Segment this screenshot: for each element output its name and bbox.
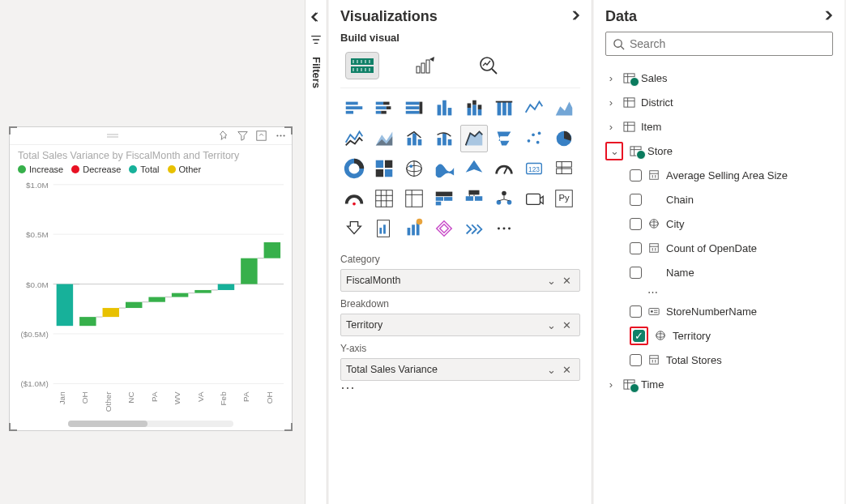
breakdown-well-label: Breakdown: [340, 298, 580, 310]
viz-type-26[interactable]: [400, 185, 428, 212]
resize-handle-bl[interactable]: [9, 421, 19, 431]
table-row-sales[interactable]: › Sales: [605, 66, 833, 90]
collapse-icon[interactable]: [569, 10, 580, 23]
filter-icon[interactable]: [237, 130, 248, 141]
field-row[interactable]: Total Stores: [605, 348, 833, 372]
viz-type-28[interactable]: [460, 185, 488, 212]
remove-field-icon[interactable]: ✕: [559, 319, 575, 331]
analytics-tab[interactable]: [472, 52, 506, 79]
viz-type-11[interactable]: [430, 125, 458, 152]
viz-type-36[interactable]: [460, 215, 488, 242]
viz-type-33[interactable]: [370, 215, 398, 242]
viz-type-21[interactable]: [490, 155, 518, 182]
viz-type-20[interactable]: [460, 155, 488, 182]
tree-chevron[interactable]: ›: [605, 121, 617, 133]
focus-mode-icon[interactable]: [256, 130, 267, 141]
field-checkbox[interactable]: [630, 354, 642, 366]
viz-type-15[interactable]: [550, 125, 578, 152]
field-row[interactable]: City: [605, 211, 833, 236]
field-checkbox[interactable]: ✓: [633, 330, 645, 342]
viz-type-14[interactable]: [520, 125, 548, 152]
svg-rect-38: [218, 284, 234, 290]
viz-type-24[interactable]: [340, 185, 368, 212]
chart-scrollbar[interactable]: [68, 421, 233, 427]
viz-type-29[interactable]: [490, 185, 518, 212]
resize-handle-tr[interactable]: [283, 126, 293, 136]
viz-type-1[interactable]: [370, 95, 398, 122]
chart-legend: Increase Decrease Total Other: [10, 164, 292, 179]
category-well[interactable]: FiscalMonth ⌄ ✕: [340, 269, 580, 292]
table-row-time[interactable]: › Time: [605, 372, 833, 396]
field-row[interactable]: Name: [605, 260, 833, 284]
more-wells[interactable]: ⋯: [340, 384, 580, 391]
viz-type-37[interactable]: [490, 215, 518, 242]
viz-type-27[interactable]: [430, 185, 458, 212]
viz-type-5[interactable]: [490, 95, 518, 122]
viz-type-3[interactable]: [430, 95, 458, 122]
build-tab[interactable]: [345, 52, 379, 79]
viz-type-22[interactable]: 123: [520, 155, 548, 182]
field-row[interactable]: Chain: [605, 187, 833, 211]
viz-type-6[interactable]: [520, 95, 548, 122]
viz-type-7[interactable]: [550, 95, 578, 122]
viz-type-18[interactable]: [400, 155, 428, 182]
field-row[interactable]: Count of OpenDate: [605, 236, 833, 260]
resize-handle-tl[interactable]: [9, 126, 19, 136]
viz-type-25[interactable]: [370, 185, 398, 212]
viz-type-34[interactable]: [400, 215, 428, 242]
waterfall-visual[interactable]: Total Sales Variance by FiscalMonth and …: [9, 126, 293, 431]
viz-type-12[interactable]: [460, 125, 488, 152]
svg-text:OH: OH: [265, 391, 274, 404]
field-checkbox[interactable]: [630, 305, 642, 318]
field-checkbox[interactable]: [630, 267, 642, 279]
chevron-down-icon[interactable]: ⌄: [544, 275, 559, 287]
table-row-item[interactable]: › Item: [605, 114, 833, 139]
viz-type-17[interactable]: [370, 155, 398, 182]
svg-text:Py: Py: [558, 193, 569, 203]
expand-left-icon[interactable]: [310, 11, 322, 23]
yaxis-well[interactable]: Total Sales Variance ⌄ ✕: [340, 358, 580, 381]
svg-rect-89: [408, 138, 412, 145]
field-row[interactable]: StoreNumberName: [605, 299, 833, 323]
table-row-store[interactable]: ⌄ Store: [605, 139, 833, 163]
tree-chevron[interactable]: ›: [605, 96, 617, 109]
tree-chevron[interactable]: ›: [605, 72, 617, 84]
field-checkbox[interactable]: [630, 242, 642, 254]
remove-field-icon[interactable]: ✕: [559, 364, 575, 376]
viz-type-35[interactable]: [430, 215, 458, 242]
field-row[interactable]: Average Selling Area Size: [605, 163, 833, 187]
viz-type-32[interactable]: [340, 215, 368, 242]
viz-type-0[interactable]: [340, 95, 368, 122]
viz-type-10[interactable]: [400, 125, 428, 152]
collapse-icon[interactable]: [822, 10, 833, 23]
remove-field-icon[interactable]: ✕: [559, 275, 575, 287]
search-input[interactable]: [630, 37, 826, 50]
field-row[interactable]: ✓ Territory: [605, 323, 833, 348]
viz-type-9[interactable]: [370, 125, 398, 152]
viz-type-8[interactable]: [340, 125, 368, 152]
table-row-district[interactable]: › District: [605, 90, 833, 114]
viz-type-23[interactable]: [550, 155, 578, 182]
tree-chevron-highlight[interactable]: ⌄: [605, 142, 623, 160]
viz-type-31[interactable]: Py: [550, 185, 578, 212]
viz-type-13[interactable]: [490, 125, 518, 152]
viz-type-16[interactable]: [340, 155, 368, 182]
format-tab[interactable]: [408, 52, 442, 79]
chevron-down-icon[interactable]: ⌄: [544, 319, 559, 331]
filters-pane-collapsed[interactable]: Filters: [305, 0, 327, 504]
fields-ellipsis[interactable]: ⋯: [605, 284, 833, 299]
resize-handle-br[interactable]: [283, 421, 293, 431]
breakdown-well[interactable]: Territory ⌄ ✕: [340, 314, 580, 336]
viz-type-2[interactable]: [400, 95, 428, 122]
search-box[interactable]: [605, 32, 833, 56]
chevron-down-icon[interactable]: ⌄: [544, 364, 559, 376]
pin-icon[interactable]: [219, 130, 229, 141]
drag-handle-icon[interactable]: [15, 133, 211, 139]
field-checkbox[interactable]: [630, 194, 642, 206]
viz-type-4[interactable]: [460, 95, 488, 122]
viz-type-30[interactable]: [520, 185, 548, 212]
viz-type-19[interactable]: [430, 155, 458, 182]
field-checkbox[interactable]: [630, 169, 642, 182]
tree-chevron[interactable]: ›: [605, 378, 617, 391]
field-checkbox[interactable]: [630, 218, 642, 230]
